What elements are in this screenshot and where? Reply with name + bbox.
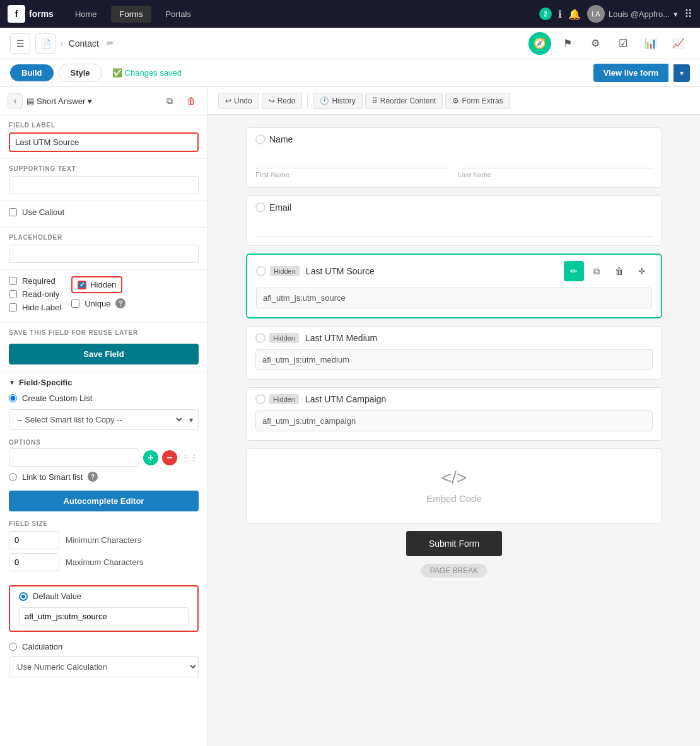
reorder-btn[interactable]: ⠿ Reorder Content: [365, 93, 443, 109]
autocomplete-editor-btn[interactable]: Autocomplete Editor: [9, 491, 199, 511]
bell-icon[interactable]: 🔔: [568, 8, 581, 20]
view-live-btn[interactable]: View live form: [593, 64, 668, 82]
add-option-btn[interactable]: +: [143, 450, 158, 465]
history-btn[interactable]: 🕐 History: [313, 93, 362, 109]
field-specific-title: ▼ Field-Specific: [0, 371, 207, 391]
calculation-radio[interactable]: [9, 643, 17, 651]
check-circle-icon: ✅: [112, 68, 122, 78]
utm-source-radio-dot: [256, 266, 266, 276]
field-label-section: FIELD LABEL: [0, 115, 207, 159]
field-type-selector[interactable]: ▤ Short Answer ▾: [26, 96, 92, 106]
hidden-label[interactable]: Hidden: [90, 280, 116, 289]
options-input[interactable]: [9, 448, 139, 467]
field-label-input[interactable]: [9, 132, 199, 152]
grid-icon[interactable]: ⠿: [684, 7, 692, 21]
default-value-input[interactable]: [19, 607, 189, 626]
link-smart-list-label[interactable]: Link to Smart list: [22, 472, 83, 482]
calc-type-select[interactable]: Use Numeric Calculation: [9, 656, 199, 677]
use-callout-label[interactable]: Use Callout: [22, 207, 64, 217]
default-value-label[interactable]: Default Value: [33, 592, 81, 601]
unique-help-icon[interactable]: ?: [115, 298, 125, 308]
calculation-label[interactable]: Calculation: [22, 642, 62, 651]
breadcrumb-sep: ›: [61, 38, 64, 49]
gear-toolbar-btn[interactable]: ⚙: [584, 32, 607, 55]
select-chevron-icon: ▾: [184, 416, 198, 424]
file-view-icon[interactable]: 📄: [35, 33, 55, 54]
supporting-text-input[interactable]: [9, 176, 199, 194]
last-name-input[interactable]: [458, 151, 653, 168]
delete-option-btn[interactable]: −: [162, 450, 177, 465]
right-panel: ↩ Undo ↪ Redo 🕐 History ⠿ Reorder Conten…: [208, 87, 700, 746]
first-name-input[interactable]: [255, 151, 450, 168]
utm-source-delete-btn[interactable]: 🗑: [609, 261, 629, 281]
last-name-group: Last Name: [458, 151, 653, 178]
build-tab[interactable]: Build: [10, 64, 54, 81]
style-tab[interactable]: Style: [59, 64, 102, 82]
flag-toolbar-btn[interactable]: ⚑: [556, 32, 579, 55]
back-btn[interactable]: ‹: [8, 93, 23, 108]
name-fields-group: First Name Last Name: [247, 151, 662, 187]
field-type-text: Short Answer: [37, 96, 85, 106]
short-answer-icon: ▤: [26, 96, 34, 106]
user-name: Louis @Appfro...: [609, 9, 670, 19]
smart-list-help-icon[interactable]: ?: [88, 472, 98, 482]
submit-form-btn[interactable]: Submit Form: [406, 531, 502, 556]
name-card-header: Name: [247, 128, 662, 151]
view-live-dropdown-btn[interactable]: ▾: [674, 64, 690, 82]
save-field-btn[interactable]: Save Field: [9, 344, 199, 364]
user-menu[interactable]: LA Louis @Appfro... ▾: [587, 5, 678, 23]
readonly-label[interactable]: Read-only: [22, 289, 59, 299]
use-callout-checkbox[interactable]: [9, 208, 17, 216]
form-extras-btn[interactable]: ⚙ Form Extras: [445, 93, 510, 109]
readonly-checkbox[interactable]: [9, 290, 17, 298]
unique-label[interactable]: Unique: [85, 299, 110, 308]
logo[interactable]: f forms: [8, 5, 54, 23]
nav-forms[interactable]: Forms: [111, 6, 152, 23]
link-smart-list-radio[interactable]: [9, 473, 17, 481]
utm-source-edit-btn[interactable]: ✏: [564, 261, 584, 281]
first-name-group: First Name: [255, 151, 450, 178]
hide-label-label[interactable]: Hide Label: [22, 303, 61, 312]
required-checkbox[interactable]: [9, 277, 17, 285]
utm-source-card: Hidden Last UTM Source ✏ ⧉ 🗑 ✛ afl_utm_j…: [246, 254, 662, 318]
edit-icon[interactable]: ✏: [107, 38, 114, 48]
field-type-bar: ‹ ▤ Short Answer ▾ ⧉ 🗑: [0, 87, 207, 115]
utm-medium-title: Last UTM Medium: [305, 333, 377, 343]
embed-code-card[interactable]: </> Embed Code: [246, 448, 662, 523]
unique-checkbox[interactable]: [71, 300, 79, 308]
hidden-checkbox[interactable]: [78, 281, 86, 289]
name-field-title: Name: [269, 134, 293, 144]
email-input[interactable]: [255, 219, 653, 236]
list-view-icon[interactable]: ☰: [10, 33, 30, 54]
placeholder-heading: PLACEHOLDER: [9, 234, 199, 241]
calc-select-row: Use Numeric Calculation: [0, 656, 207, 684]
nav-portals[interactable]: Portals: [156, 6, 199, 23]
utm-source-copy-btn[interactable]: ⧉: [586, 261, 607, 281]
field-copy-btn[interactable]: ⧉: [161, 92, 178, 110]
utm-campaign-card: Hidden Last UTM Campaign afl_utm_js:utm_…: [246, 387, 662, 441]
drag-handle-icon[interactable]: ⋮⋮: [181, 453, 199, 463]
smart-list-select[interactable]: -- Select Smart list to Copy --: [9, 410, 184, 429]
create-custom-list-label[interactable]: Create Custom List: [22, 393, 92, 403]
utm-campaign-title: Last UTM Campaign: [305, 394, 386, 404]
utm-source-drag-btn[interactable]: ✛: [632, 261, 652, 281]
submit-btn-wrapper: Submit Form: [246, 531, 662, 556]
placeholder-input[interactable]: [9, 245, 199, 263]
max-chars-input[interactable]: [9, 553, 59, 571]
calculation-row: Calculation: [0, 637, 207, 656]
report-toolbar-btn[interactable]: 📊: [639, 32, 662, 55]
field-delete-btn[interactable]: 🗑: [182, 92, 200, 110]
hide-label-checkbox[interactable]: [9, 303, 17, 312]
redo-btn[interactable]: ↪ Redo: [262, 93, 303, 109]
default-value-radio[interactable]: [19, 592, 28, 601]
check-toolbar-btn[interactable]: ☑: [612, 32, 634, 55]
info-icon[interactable]: ℹ: [558, 8, 562, 20]
undo-btn[interactable]: ↩ Undo: [218, 93, 259, 109]
analytics-toolbar-btn[interactable]: 📈: [667, 32, 690, 55]
compass-toolbar-btn[interactable]: 🧭: [528, 32, 551, 55]
required-label[interactable]: Required: [22, 276, 55, 286]
nav-home[interactable]: Home: [66, 6, 106, 23]
create-custom-list-radio[interactable]: [9, 394, 17, 402]
min-chars-input[interactable]: [9, 531, 59, 549]
breadcrumb-contact[interactable]: Contact: [69, 38, 99, 49]
